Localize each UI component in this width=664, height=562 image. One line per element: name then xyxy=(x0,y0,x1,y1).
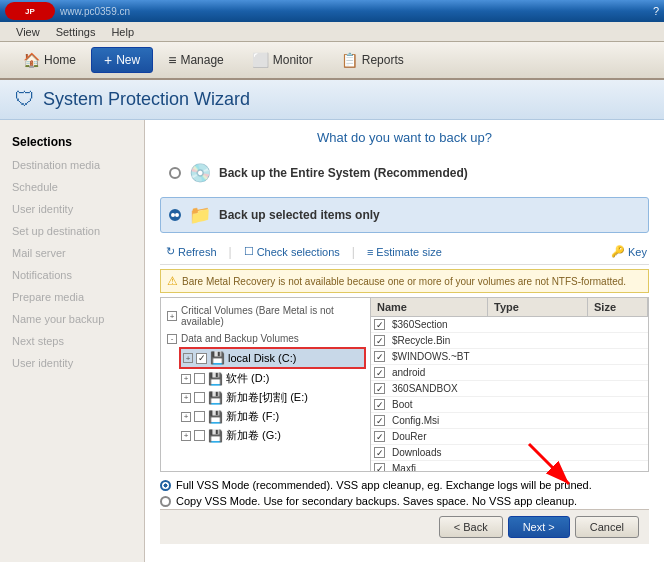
detail-row: DouRer xyxy=(371,429,648,445)
detail-cell-name: Maxfi xyxy=(388,461,488,471)
check-g[interactable] xyxy=(194,430,205,441)
disk-icon-e: 💾 xyxy=(208,391,223,405)
disk-icon-d: 💾 xyxy=(208,372,223,386)
tree-item-f[interactable]: + 💾 新加卷 (F:) xyxy=(179,407,366,426)
detail-cell-type xyxy=(488,355,588,359)
menu-view[interactable]: View xyxy=(8,26,48,38)
check-label: Check selections xyxy=(257,246,340,258)
radio-entire[interactable] xyxy=(169,167,181,179)
refresh-btn[interactable]: ↻ Refresh xyxy=(162,243,221,260)
detail-row-checkbox[interactable] xyxy=(374,319,385,330)
detail-cell-size xyxy=(588,451,648,455)
detail-cell-type xyxy=(488,371,588,375)
detail-cell-size xyxy=(588,323,648,327)
help-button[interactable]: ? xyxy=(653,5,659,17)
detail-row-checkbox[interactable] xyxy=(374,431,385,442)
vss-copy-radio[interactable] xyxy=(160,496,171,507)
expand-f[interactable]: + xyxy=(181,412,191,422)
vss-copy-row[interactable]: Copy VSS Mode. Use for secondary backups… xyxy=(160,493,649,509)
detail-cell-size xyxy=(588,467,648,471)
detail-row: 360SANDBOX xyxy=(371,381,648,397)
detail-row: $360Section xyxy=(371,317,648,333)
reports-icon: 📋 xyxy=(341,52,358,68)
next-button[interactable]: Next > xyxy=(508,516,570,538)
detail-row-checkbox[interactable] xyxy=(374,335,385,346)
toolbar-reports[interactable]: 📋 Reports xyxy=(328,47,417,73)
wizard-body: Selections Destination media Schedule Us… xyxy=(0,120,664,562)
key-icon: 🔑 xyxy=(611,245,625,258)
sidebar-item-user-identity-1: User identity xyxy=(0,198,144,220)
check-f[interactable] xyxy=(194,411,205,422)
detail-row-checkbox[interactable] xyxy=(374,463,385,471)
window-title: System Protection Wizard xyxy=(43,89,250,110)
expand-d[interactable]: + xyxy=(181,374,191,384)
vss-full-row[interactable]: Full VSS Mode (recommended). VSS app cle… xyxy=(160,477,649,493)
toolbar-reports-label: Reports xyxy=(362,53,404,67)
expand-critical[interactable]: + xyxy=(167,311,177,321)
sidebar: Selections Destination media Schedule Us… xyxy=(0,120,145,562)
detail-cell-name: Config.Msi xyxy=(388,413,488,428)
vss-copy-label: Copy VSS Mode. Use for secondary backups… xyxy=(176,495,577,507)
detail-row: Boot xyxy=(371,397,648,413)
key-link[interactable]: 🔑 Key xyxy=(611,245,647,258)
detail-row-checkbox[interactable] xyxy=(374,383,385,394)
disk-icon-c: 💾 xyxy=(210,351,225,365)
sidebar-item-selections[interactable]: Selections xyxy=(0,130,144,154)
back-button[interactable]: < Back xyxy=(439,516,503,538)
detail-row-checkbox[interactable] xyxy=(374,415,385,426)
wizard-content: What do you want to back up? 💿 Back up t… xyxy=(145,120,664,562)
menu-help[interactable]: Help xyxy=(103,26,142,38)
tree-label-e: 新加卷[切割] (E:) xyxy=(226,390,308,405)
detail-cell-size xyxy=(588,419,648,423)
sidebar-item-mail-server: Mail server xyxy=(0,242,144,264)
expand-e[interactable]: + xyxy=(181,393,191,403)
option-entire-system[interactable]: 💿 Back up the Entire System (Recommended… xyxy=(160,155,649,191)
radio-selected[interactable] xyxy=(169,209,181,221)
expand-g[interactable]: + xyxy=(181,431,191,441)
group-critical: + Critical Volumes (Bare Metal is not av… xyxy=(165,302,366,330)
tree-panel: + Critical Volumes (Bare Metal is not av… xyxy=(161,298,371,471)
toolbar-home[interactable]: 🏠 Home xyxy=(10,47,89,73)
option-selected-items[interactable]: 📁 Back up selected items only xyxy=(160,197,649,233)
toolbar-home-label: Home xyxy=(44,53,76,67)
tree-item-d[interactable]: + 💾 软件 (D:) xyxy=(179,369,366,388)
menu-settings[interactable]: Settings xyxy=(48,26,104,38)
check-selections-btn[interactable]: ☐ Check selections xyxy=(240,243,344,260)
expand-data[interactable]: - xyxy=(167,334,177,344)
check-e[interactable] xyxy=(194,392,205,403)
estimate-label: Estimate size xyxy=(376,246,441,258)
vss-full-radio[interactable] xyxy=(160,480,171,491)
disk-icon-f: 💾 xyxy=(208,410,223,424)
cancel-button[interactable]: Cancel xyxy=(575,516,639,538)
toolbar-new[interactable]: + New xyxy=(91,47,153,73)
detail-row-checkbox[interactable] xyxy=(374,399,385,410)
detail-cell-size xyxy=(588,435,648,439)
sidebar-item-user-identity-2: User identity xyxy=(0,352,144,374)
tree-item-e[interactable]: + 💾 新加卷[切割] (E:) xyxy=(179,388,366,407)
refresh-label: Refresh xyxy=(178,246,217,258)
toolbar-manage[interactable]: ≡ Manage xyxy=(155,47,237,73)
tree-label-d: 软件 (D:) xyxy=(226,371,269,386)
detail-panel: Name Type Size $360Section$Recycle.Bin$W… xyxy=(371,298,648,471)
estimate-size-btn[interactable]: ≡ Estimate size xyxy=(363,244,446,260)
tree-children: + 💾 local Disk (C:) + 💾 软件 (D:) xyxy=(165,347,366,445)
toolbar-monitor-label: Monitor xyxy=(273,53,313,67)
selection-toolbar: ↻ Refresh | ☐ Check selections | ≡ Estim… xyxy=(160,239,649,265)
critical-label: Critical Volumes (Bare Metal is not avai… xyxy=(181,305,364,327)
expand-c[interactable]: + xyxy=(183,353,193,363)
bottom-bar: < Back Next > Cancel xyxy=(160,509,649,544)
detail-row-checkbox[interactable] xyxy=(374,367,385,378)
toolbar-monitor[interactable]: ⬜ Monitor xyxy=(239,47,326,73)
check-c[interactable] xyxy=(196,353,207,364)
tree-item-c[interactable]: + 💾 local Disk (C:) xyxy=(179,347,366,369)
detail-cell-name: $WINDOWS.~BT xyxy=(388,349,488,364)
detail-row-checkbox[interactable] xyxy=(374,351,385,362)
tree-item-g[interactable]: + 💾 新加卷 (G:) xyxy=(179,426,366,445)
detail-cell-type xyxy=(488,339,588,343)
toolbar: 🏠 Home + New ≡ Manage ⬜ Monitor 📋 Report… xyxy=(0,42,664,80)
detail-row-checkbox[interactable] xyxy=(374,447,385,458)
group-data-backup: - Data and Backup Volumes xyxy=(165,330,366,347)
detail-header: Name Type Size xyxy=(371,298,648,317)
detail-cell-type xyxy=(488,387,588,391)
check-d[interactable] xyxy=(194,373,205,384)
